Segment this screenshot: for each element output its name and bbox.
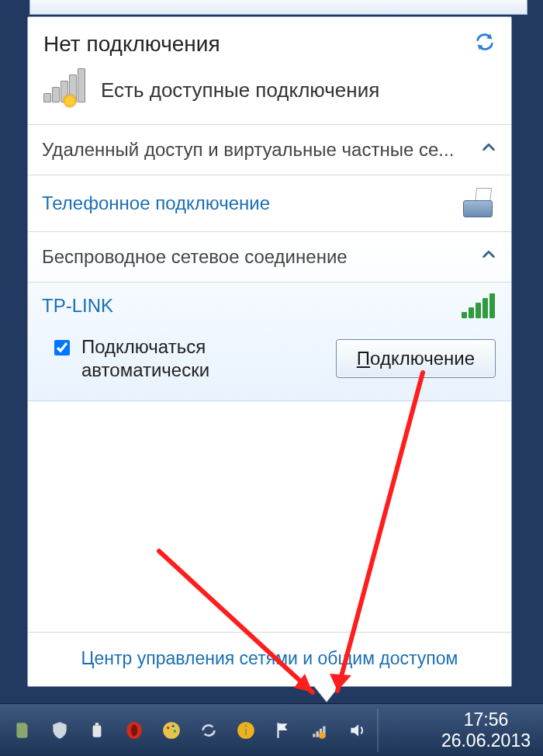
- modem-icon: [460, 188, 497, 219]
- available-row: Есть доступные подключения: [28, 67, 511, 125]
- popup-header: Нет подключения: [28, 17, 511, 67]
- tray-shield-icon[interactable]: [48, 719, 71, 742]
- svg-rect-16: [316, 731, 319, 737]
- signal-available-icon: [43, 75, 87, 106]
- svg-point-7: [131, 724, 138, 736]
- clock-date: 26.06.2013: [441, 730, 531, 751]
- svg-rect-4: [93, 725, 102, 737]
- tray-network-icon[interactable]: [309, 719, 332, 742]
- tray-flag-icon[interactable]: [272, 719, 295, 742]
- svg-point-19: [319, 732, 326, 739]
- svg-rect-13: [245, 728, 247, 735]
- chevron-up-icon: [480, 139, 497, 161]
- auto-connect-checkbox[interactable]: Подключаться автоматически: [51, 335, 283, 382]
- svg-point-14: [244, 724, 247, 727]
- system-tray: [11, 719, 369, 742]
- connect-button-accel: П: [357, 348, 370, 369]
- tray-info-icon[interactable]: [234, 719, 258, 742]
- wifi-name: TP-LINK: [42, 295, 113, 317]
- tray-volume-icon[interactable]: [346, 719, 369, 742]
- section-vpn-label: Удаленный доступ и виртуальные частные с…: [42, 139, 454, 161]
- chevron-up-icon: [480, 246, 497, 268]
- auto-connect-label: Подключаться автоматически: [81, 335, 283, 382]
- section-wireless-label: Беспроводное сетевое соединение: [42, 246, 348, 268]
- dialup-label: Телефонное подключение: [42, 192, 270, 214]
- svg-point-9: [167, 727, 169, 729]
- tray-sync-icon[interactable]: [197, 719, 220, 742]
- network-center-link[interactable]: Центр управления сетями и общим доступом: [28, 632, 511, 686]
- clock-time: 17:56: [441, 709, 531, 730]
- connect-button[interactable]: Подключение: [336, 339, 496, 378]
- svg-rect-5: [95, 723, 99, 725]
- tray-evernote-icon[interactable]: [11, 719, 34, 742]
- svg-rect-15: [313, 733, 315, 737]
- svg-point-11: [174, 730, 176, 732]
- section-wireless[interactable]: Беспроводное сетевое соединение: [28, 232, 511, 283]
- auto-connect-input[interactable]: [54, 340, 70, 355]
- popup-tail: [314, 686, 339, 702]
- taskbar-divider: [377, 709, 379, 752]
- empty-area: [28, 401, 511, 632]
- available-text: Есть доступные подключения: [101, 78, 379, 102]
- dialup-item[interactable]: Телефонное подключение: [28, 175, 511, 232]
- section-vpn[interactable]: Удаленный доступ и виртуальные частные с…: [28, 125, 511, 175]
- status-title: Нет подключения: [43, 32, 220, 57]
- taskbar-clock[interactable]: 17:56 26.06.2013: [441, 709, 535, 751]
- signal-strength-icon: [462, 293, 497, 318]
- tray-palette-icon[interactable]: [160, 719, 183, 742]
- tray-opera-icon[interactable]: [123, 719, 146, 742]
- wifi-network-item[interactable]: TP-LINK Подключаться автоматически Подкл…: [28, 283, 511, 401]
- taskbar: 17:56 26.06.2013: [0, 703, 543, 756]
- tray-power-icon[interactable]: [85, 719, 109, 742]
- network-popup: Нет подключения Есть доступные подключен…: [27, 16, 512, 687]
- svg-point-10: [171, 724, 174, 727]
- background-window-edge: [29, 0, 527, 15]
- svg-point-8: [163, 722, 180, 739]
- refresh-icon[interactable]: [474, 31, 496, 57]
- connect-button-rest: одключение: [370, 348, 475, 369]
